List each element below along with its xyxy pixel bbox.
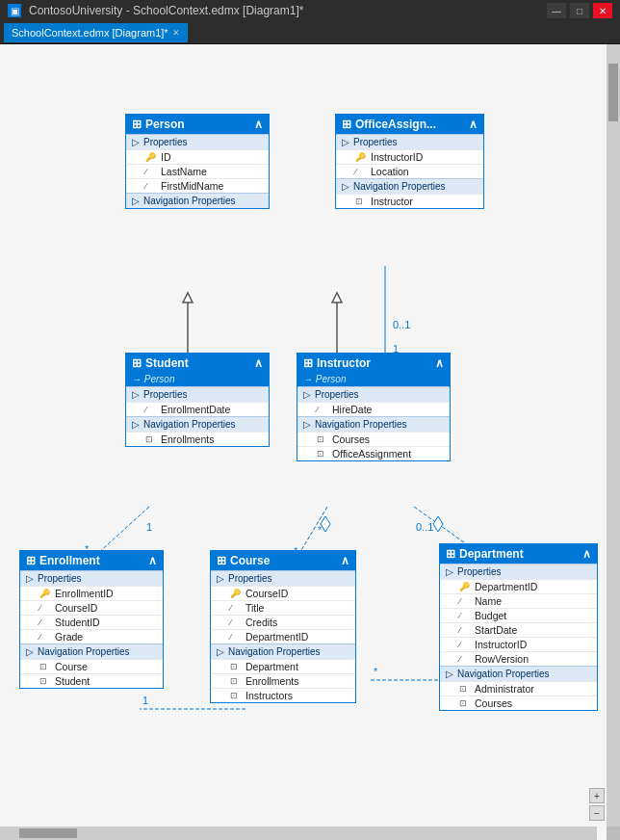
tab-bar: SchoolContext.edmx [Diagram1]* ✕: [0, 21, 620, 44]
property-icon: ∕: [317, 405, 328, 414]
dept-field-startdate: ∕ StartDate: [440, 622, 597, 637]
instructor-subtitle: → Person: [297, 373, 450, 386]
course-props-icon: ▷: [217, 573, 224, 584]
property-icon: ∕: [459, 611, 471, 620]
dept-props-icon: ▷: [446, 566, 453, 577]
oa-field-location: ∕ Location: [336, 164, 483, 178]
entity-oa-header: ⊞ OfficeAssign... ∧: [336, 115, 483, 134]
entity-department: ⊞ Department ∧ ▷ Properties 🔑 Department…: [439, 543, 598, 711]
tab-close-icon[interactable]: ✕: [172, 28, 180, 38]
entity-oa-collapse[interactable]: ∧: [469, 118, 478, 131]
dept-field-budget: ∕ Budget: [440, 608, 597, 622]
entity-oa-name: OfficeAssign...: [355, 118, 436, 131]
entity-oa-icon: ⊞: [342, 118, 351, 131]
svg-marker-1: [183, 293, 193, 302]
instructor-field-hiredate: ∕ HireDate: [297, 402, 450, 416]
dept-nav-section[interactable]: ▷ Navigation Properties: [440, 666, 597, 681]
minimize-button[interactable]: —: [547, 3, 566, 18]
entity-enrollment: ⊞ Enrollment ∧ ▷ Properties 🔑 Enrollment…: [19, 550, 164, 689]
property-icon: ∕: [230, 632, 242, 642]
oa-field-instructorid: 🔑 InstructorID: [336, 149, 483, 164]
entity-officeassignment: ⊞ OfficeAssign... ∧ ▷ Properties 🔑 Instr…: [335, 114, 484, 209]
property-icon: ∕: [145, 181, 157, 191]
close-button[interactable]: ✕: [593, 3, 612, 18]
entity-person-collapse[interactable]: ∧: [254, 118, 263, 131]
enrollment-field-studentid: ∕ StudentID: [20, 615, 163, 629]
property-icon: ∕: [459, 654, 471, 664]
course-props-section[interactable]: ▷ Properties: [211, 570, 355, 586]
student-props-section[interactable]: ▷ Properties: [126, 386, 269, 402]
property-icon: ∕: [39, 617, 51, 627]
entity-department-collapse[interactable]: ∧: [582, 547, 591, 561]
property-icon: ∕: [459, 625, 471, 635]
instructor-nav-courses: ⊡ Courses: [297, 432, 450, 446]
svg-marker-23: [433, 516, 443, 532]
property-icon: ∕: [355, 167, 367, 176]
instructor-nav-section[interactable]: ▷ Navigation Properties: [297, 416, 450, 432]
student-nav-section[interactable]: ▷ Navigation Properties: [126, 416, 269, 432]
nav-icon: ⊡: [39, 662, 51, 671]
instructor-props-section[interactable]: ▷ Properties: [297, 386, 450, 402]
svg-line-10: [298, 507, 327, 555]
dept-props-section[interactable]: ▷ Properties: [440, 564, 597, 579]
nav-icon: ⊡: [39, 676, 51, 686]
nav-icon: ⊡: [230, 676, 242, 686]
svg-marker-3: [332, 293, 342, 302]
entity-enrollment-collapse[interactable]: ∧: [148, 554, 157, 567]
zoom-out-button[interactable]: −: [589, 805, 605, 821]
course-nav-section[interactable]: ▷ Navigation Properties: [211, 643, 355, 659]
instructor-nav-officeassignment: ⊡ OfficeAssignment: [297, 446, 450, 460]
oa-props-section[interactable]: ▷ Properties: [336, 134, 483, 149]
oa-nav-icon: ▷: [342, 181, 349, 192]
property-icon: ∕: [39, 603, 51, 613]
entity-student-icon: ⊞: [132, 356, 142, 370]
entity-person: ⊞ Person ∧ ▷ Properties 🔑 ID ∕ LastName …: [125, 114, 270, 209]
svg-marker-22: [321, 516, 330, 532]
svg-text:*: *: [374, 666, 378, 677]
student-field-enrolldate: ∕ EnrollmentDate: [126, 402, 269, 416]
scrollbar-horizontal[interactable]: [0, 827, 597, 840]
entity-instructor-icon: ⊞: [303, 356, 313, 370]
tab-diagram1[interactable]: SchoolContext.edmx [Diagram1]* ✕: [4, 23, 188, 42]
entity-course-icon: ⊞: [217, 554, 226, 567]
zoom-in-button[interactable]: +: [589, 788, 605, 803]
title-bar: ▣ ContosoUniversity - SchoolContext.edmx…: [0, 0, 620, 21]
entity-student-collapse[interactable]: ∧: [254, 356, 263, 370]
entity-instructor-collapse[interactable]: ∧: [435, 356, 444, 370]
student-props-icon: ▷: [132, 389, 140, 400]
course-field-courseid: 🔑 CourseID: [211, 586, 355, 600]
property-icon: ∕: [459, 596, 471, 606]
dept-nav-icon: ▷: [446, 669, 453, 679]
entity-course-name: Course: [230, 554, 270, 567]
zoom-controls: + −: [589, 788, 605, 821]
svg-text:*: *: [318, 524, 323, 536]
oa-nav-section[interactable]: ▷ Navigation Properties: [336, 178, 483, 194]
dept-nav-administrator: ⊡ Administrator: [440, 681, 597, 696]
person-props-section[interactable]: ▷ Properties: [126, 134, 269, 149]
entity-student-header: ⊞ Student ∧: [126, 354, 269, 373]
key-icon: 🔑: [230, 589, 242, 598]
person-nav-section[interactable]: ▷ Navigation Properties: [126, 193, 269, 208]
enrollment-nav-section[interactable]: ▷ Navigation Properties: [20, 643, 163, 659]
maximize-button[interactable]: □: [570, 3, 589, 18]
property-icon: ∕: [39, 632, 51, 642]
scrollbar-thumb-v[interactable]: [608, 64, 618, 121]
enrollment-props-section[interactable]: ▷ Properties: [20, 570, 163, 586]
nav-icon: ⊡: [317, 449, 328, 459]
course-nav-instructors: ⊡ Instructors: [211, 688, 355, 702]
diagram-area: 0..1 1 1 * * * 0..1 * * 1 * 1 ⊞ Person: [0, 44, 620, 840]
dept-field-instructorid: ∕ InstructorID: [440, 637, 597, 651]
course-field-title: ∕ Title: [211, 600, 355, 615]
enrollment-field-id: 🔑 EnrollmentID: [20, 586, 163, 600]
scrollbar-thumb-h[interactable]: [19, 828, 77, 838]
entity-person-name: Person: [145, 118, 185, 131]
course-field-credits: ∕ Credits: [211, 615, 355, 629]
oa-nav-instructor: ⊡ Instructor: [336, 194, 483, 208]
scrollbar-vertical[interactable]: [607, 44, 620, 827]
window-controls: — □ ✕: [547, 3, 612, 18]
entity-course-collapse[interactable]: ∧: [341, 554, 349, 567]
svg-text:1: 1: [146, 521, 152, 533]
instructor-props-icon: ▷: [303, 389, 311, 400]
entity-person-header: ⊞ Person ∧: [126, 115, 269, 134]
person-props-icon: ▷: [132, 137, 140, 147]
